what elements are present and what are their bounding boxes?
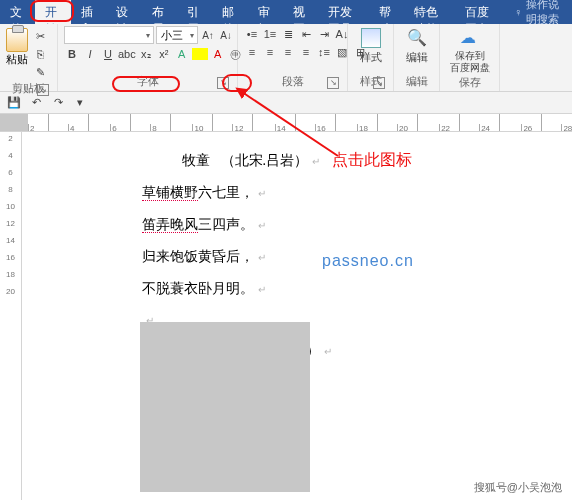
tab-design[interactable]: 设计 [106, 0, 141, 24]
highlight-button[interactable] [192, 48, 208, 60]
tab-home[interactable]: 开始 [35, 0, 70, 24]
redo-button[interactable]: ↷ [50, 95, 66, 111]
watermark: passneo.cn [322, 252, 414, 270]
font-color-button[interactable]: A [210, 46, 226, 62]
poem1-line2: 笛弄晚风三四声。↵ [142, 216, 572, 234]
numbering-button[interactable]: 1≡ [262, 26, 278, 42]
cut-button[interactable]: ✂ [32, 28, 48, 44]
paste-label: 粘贴 [6, 52, 28, 67]
copy-button[interactable]: ⎘ [32, 46, 48, 62]
tell-me-label: 操作说明搜索 [526, 0, 564, 27]
tab-view[interactable]: 视图 [283, 0, 318, 24]
text-effects-button[interactable]: A [174, 46, 190, 62]
align-left-button[interactable]: ≡ [244, 44, 260, 60]
group-clipboard: 粘贴 ✂ ⎘ ✎ 剪贴板 ↘ [0, 24, 58, 91]
page[interactable]: 牧童 （北宋.吕岩）↵ 草铺横野六七里，↵ 笛弄晚风三四声。↵ 归来饱饭黄昏后，… [22, 132, 572, 500]
font-size-combo[interactable]: 小三 [156, 26, 198, 44]
ribbon: 粘贴 ✂ ⎘ ✎ 剪贴板 ↘ 小三 A↑ A↓ B I U [0, 24, 572, 92]
group-styles: 样式 样式 ↘ [348, 24, 394, 91]
save-to-baidu-label: 保存到 百度网盘 [450, 50, 490, 74]
paste-button[interactable]: 粘贴 [6, 26, 28, 67]
annotation-callout: 点击此图标 [332, 150, 412, 171]
tab-baidu[interactable]: 百度网盘 [455, 0, 506, 24]
poem1-line4: 不脱蓑衣卧月明。↵ [142, 280, 572, 298]
group-font: 小三 A↑ A↓ B I U abc x₂ x² A A ㊥ 字体 ↘ [58, 24, 238, 91]
quick-access-toolbar: 💾 ↶ ↷ ▾ [0, 92, 572, 114]
editing-button[interactable]: 🔍 编辑 [400, 26, 433, 65]
tab-help[interactable]: 帮助 [369, 0, 404, 24]
document-area: 2468101214161820 牧童 （北宋.吕岩）↵ 草铺横野六七里，↵ 笛… [0, 132, 572, 500]
format-painter-button[interactable]: ✎ [32, 64, 48, 80]
line-spacing-button[interactable]: ↕≡ [316, 44, 332, 60]
group-label-styles: 样式 ↘ [354, 73, 387, 91]
clipboard-icon [6, 28, 28, 52]
tell-me-search[interactable]: ♀ 操作说明搜索 [506, 0, 572, 24]
multilevel-button[interactable]: ≣ [280, 26, 296, 42]
bullets-button[interactable]: •≡ [244, 26, 260, 42]
group-label-editing: 编辑 [400, 73, 433, 91]
clipboard-launcher-icon[interactable]: ↘ [37, 84, 49, 96]
tab-file[interactable]: 文件 [0, 0, 35, 24]
poem1-line1: 草铺横野六七里，↵ [142, 184, 572, 202]
tab-review[interactable]: 审阅 [248, 0, 283, 24]
group-save: ☁ 保存到 百度网盘 保存 [440, 24, 500, 91]
strike-button[interactable]: abc [118, 46, 136, 62]
underline-button[interactable]: U [100, 46, 116, 62]
text-selection [140, 322, 310, 492]
group-editing: 🔍 编辑 编辑 [394, 24, 440, 91]
shrink-font-button[interactable]: A↓ [218, 27, 234, 43]
decrease-indent-button[interactable]: ⇤ [298, 26, 314, 42]
italic-button[interactable]: I [82, 46, 98, 62]
bold-button[interactable]: B [64, 46, 80, 62]
group-paragraph: •≡ 1≡ ≣ ⇤ ⇥ A↓ ≡ ≡ ≡ ≡ ↕≡ ▧ ⊞ 段落 ↘ [238, 24, 348, 91]
group-label-font: 字体 ↘ [64, 73, 231, 91]
superscript-button[interactable]: x² [156, 46, 172, 62]
justify-button[interactable]: ≡ [298, 44, 314, 60]
qat-customize-button[interactable]: ▾ [72, 95, 88, 111]
styles-launcher-icon[interactable]: ↘ [373, 77, 385, 89]
editing-label: 编辑 [406, 50, 428, 65]
tab-special[interactable]: 特色功能 [404, 0, 455, 24]
horizontal-ruler[interactable]: 24 68 1012 1416 1820 2224 2628 3032 3436… [0, 114, 572, 132]
ribbon-tabs: 文件 开始 插入 设计 布局 引用 邮件 审阅 视图 开发工具 帮助 特色功能 … [0, 0, 572, 24]
font-launcher-icon[interactable]: ↘ [217, 77, 229, 89]
group-label-save: 保存 [446, 74, 493, 92]
styles-label: 样式 [360, 50, 382, 65]
find-icon: 🔍 [407, 28, 427, 48]
tab-mail[interactable]: 邮件 [212, 0, 247, 24]
footer-credit: 搜狐号@小吴泡泡 [470, 479, 566, 496]
group-label-clipboard: 剪贴板 ↘ [6, 80, 51, 98]
align-center-button[interactable]: ≡ [262, 44, 278, 60]
save-to-baidu-button[interactable]: ☁ 保存到 百度网盘 [446, 26, 493, 74]
tab-references[interactable]: 引用 [177, 0, 212, 24]
vertical-ruler[interactable]: 2468101214161820 [0, 132, 22, 500]
increase-indent-button[interactable]: ⇥ [316, 26, 332, 42]
grow-font-button[interactable]: A↑ [200, 27, 216, 43]
styles-icon [361, 28, 381, 48]
group-label-paragraph: 段落 ↘ [244, 73, 341, 91]
align-right-button[interactable]: ≡ [280, 44, 296, 60]
tab-insert[interactable]: 插入 [71, 0, 106, 24]
cloud-save-icon: ☁ [460, 28, 480, 48]
tab-layout[interactable]: 布局 [142, 0, 177, 24]
paragraph-launcher-icon[interactable]: ↘ [327, 77, 339, 89]
styles-button[interactable]: 样式 [354, 26, 387, 65]
subscript-button[interactable]: x₂ [138, 46, 154, 62]
font-name-combo[interactable] [64, 26, 154, 44]
tab-developer[interactable]: 开发工具 [318, 0, 369, 24]
bulb-icon: ♀ [514, 6, 522, 18]
